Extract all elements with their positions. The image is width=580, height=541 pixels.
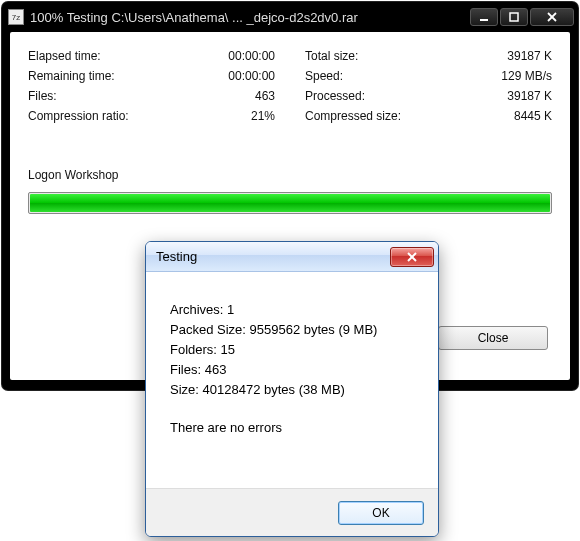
minimize-button[interactable] (470, 8, 498, 26)
stat-speed: Speed:129 MB/s (305, 66, 552, 86)
dialog-footer: OK (146, 488, 438, 536)
result-dialog: Testing Archives: 1 Packed Size: 9559562… (145, 241, 439, 537)
current-item-label: Logon Workshop (28, 168, 552, 182)
titlebar[interactable]: 7z 100% Testing C:\Users\Anathema\ ... _… (2, 2, 578, 32)
close-button[interactable]: Close (438, 326, 548, 350)
dialog-title: Testing (156, 249, 390, 264)
stat-elapsed: Elapsed time:00:00:00 (28, 46, 275, 66)
window-controls (470, 8, 574, 26)
stat-processed: Processed:39187 K (305, 86, 552, 106)
stat-files: Files:463 (28, 86, 275, 106)
dialog-status: There are no errors (170, 418, 414, 438)
dialog-line-archives: Archives: 1 (170, 300, 414, 320)
dialog-line-size: Size: 40128472 bytes (38 MB) (170, 380, 414, 400)
maximize-button[interactable] (500, 8, 528, 26)
stats-panel: Elapsed time:00:00:00 Remaining time:00:… (28, 46, 552, 126)
stats-right: Total size:39187 K Speed:129 MB/s Proces… (305, 46, 552, 126)
svg-rect-1 (510, 13, 518, 21)
ok-button[interactable]: OK (338, 501, 424, 525)
app-icon: 7z (8, 9, 24, 25)
svg-rect-0 (480, 19, 488, 21)
window-close-button[interactable] (530, 8, 574, 26)
stats-left: Elapsed time:00:00:00 Remaining time:00:… (28, 46, 275, 126)
dialog-close-button[interactable] (390, 247, 434, 267)
stat-ratio: Compression ratio:21% (28, 106, 275, 126)
dialog-line-files: Files: 463 (170, 360, 414, 380)
dialog-titlebar[interactable]: Testing (146, 242, 438, 272)
progress-bar (28, 192, 552, 214)
stat-total-size: Total size:39187 K (305, 46, 552, 66)
dialog-line-packed: Packed Size: 9559562 bytes (9 MB) (170, 320, 414, 340)
dialog-line-folders: Folders: 15 (170, 340, 414, 360)
progress-fill (30, 194, 550, 212)
dialog-body: Archives: 1 Packed Size: 9559562 bytes (… (146, 272, 438, 448)
window-title: 100% Testing C:\Users\Anathema\ ... _dej… (30, 10, 470, 25)
stat-remaining: Remaining time:00:00:00 (28, 66, 275, 86)
stat-compressed: Compressed size:8445 K (305, 106, 552, 126)
